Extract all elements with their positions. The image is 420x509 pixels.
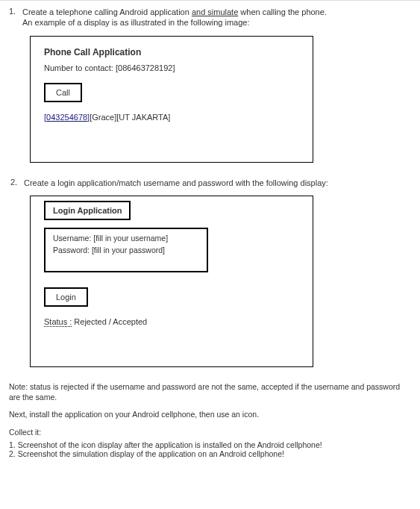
q2-text: Create a login application/match usernam…: [24, 178, 411, 188]
notes-section: Note: status is rejected if the username…: [9, 382, 411, 459]
status-value: Rejected / Accepted: [72, 317, 147, 326]
q2-status-line: Status : Rejected / Accepted: [44, 317, 299, 326]
q2-mockup: Login Application Username: [fill in you…: [30, 196, 313, 367]
status-label: Status :: [44, 317, 72, 327]
collect-title: Collect it:: [9, 428, 411, 438]
q1-line2: An example of a display is as illustrate…: [22, 17, 411, 28]
collect-item-1: 1. Screenshot of the icon display after …: [9, 440, 411, 449]
q1-text-a: Create a telephone calling Android appli…: [22, 7, 192, 16]
q1-result-line: [043254678][Grace][UT JAKARTA]: [44, 113, 299, 122]
q1-text-c: when calling the phone.: [238, 7, 327, 16]
password-line: Password: [fill in your password]: [53, 246, 199, 254]
q1-app-title: Phone Call Application: [44, 47, 299, 57]
question-1: 1. Create a telephone calling Android ap…: [9, 7, 411, 28]
result-name-text: [Grace][UT JAKARTA]: [90, 113, 170, 122]
q2-app-title: Login Application: [44, 201, 131, 220]
q2-number: 2.: [10, 178, 24, 188]
credentials-box: Username: [fill in your username] Passwo…: [44, 228, 208, 272]
collect-list: 1. Screenshot of the icon display after …: [9, 440, 411, 458]
q1-number: 1.: [9, 7, 22, 28]
q1-number-label: Number to contact: [086463728192]: [44, 63, 299, 72]
q1-mockup: Phone Call Application Number to contact…: [30, 36, 313, 163]
login-button: Login: [44, 287, 88, 307]
q1-text-underlined: and simulate: [192, 7, 238, 16]
note-install: Next, install the application on your An…: [9, 410, 411, 420]
result-phone-link: [043254678]: [44, 113, 90, 122]
username-line: Username: [fill in your username]: [53, 234, 199, 243]
q1-line1: Create a telephone calling Android appli…: [22, 7, 411, 17]
question-2: 2. Create a login application/match user…: [10, 178, 411, 188]
call-button: Call: [44, 83, 82, 102]
q1-body: Create a telephone calling Android appli…: [22, 7, 411, 28]
note-status: Note: status is rejected if the username…: [9, 382, 411, 402]
collect-item-2: 2. Screenshot the simulation display of …: [9, 449, 411, 458]
